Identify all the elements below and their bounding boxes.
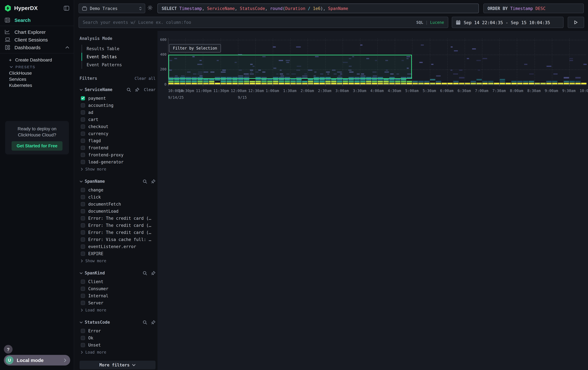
sidebar-item-clickhouse[interactable]: ClickHouse	[0, 70, 74, 76]
filter-group-name[interactable]: SpanName	[85, 179, 139, 184]
filter-item-flagd[interactable]: flagd	[80, 137, 156, 144]
filter-item-error[interactable]: Error	[80, 327, 156, 334]
gear-icon[interactable]	[147, 5, 153, 11]
filter-item-documentload[interactable]: documentLoad	[80, 208, 156, 215]
filter-item-client[interactable]: Client	[80, 278, 156, 285]
checkbox-unchecked[interactable]	[81, 202, 85, 206]
filter-item-payment[interactable]: payment	[80, 95, 156, 102]
filter-item-frontend-proxy[interactable]: frontend-proxy	[80, 151, 156, 158]
chart-selection-rect[interactable]	[168, 55, 412, 79]
checkbox-unchecked[interactable]	[81, 301, 85, 305]
chevron-down-icon[interactable]	[80, 321, 83, 323]
pin-icon[interactable]	[151, 320, 156, 324]
sidebar-item-search[interactable]: Search	[0, 16, 74, 24]
filter-group-name[interactable]: StatusCode	[85, 320, 139, 325]
sidebar-item-services[interactable]: Services	[0, 76, 74, 82]
clear-group-button[interactable]: Clear	[144, 87, 156, 92]
filter-by-selection-button[interactable]: Filter by Selection	[169, 44, 221, 52]
checkbox-unchecked[interactable]	[81, 223, 85, 227]
checkbox-unchecked[interactable]	[81, 188, 85, 192]
load-more-button[interactable]: Load more	[80, 307, 156, 313]
checkbox-unchecked[interactable]	[81, 244, 85, 249]
checkbox-unchecked[interactable]	[81, 343, 85, 347]
source-select[interactable]: Demo Traces	[79, 4, 145, 13]
load-more-button[interactable]: Load more	[80, 349, 156, 356]
filter-item-error-the-credit-card[interactable]: Error: The credit card (…	[80, 222, 156, 229]
filter-item-documentfetch[interactable]: documentFetch	[80, 200, 156, 208]
sidebar-item-client-sessions[interactable]: Client Sessions	[0, 36, 74, 43]
filter-group-name[interactable]: ServiceName	[85, 87, 123, 92]
filter-item-eventlistener-error[interactable]: eventListener.error	[80, 243, 156, 250]
checkbox-unchecked[interactable]	[81, 110, 85, 114]
filter-item-error-the-credit-card[interactable]: Error: The credit card (…	[80, 229, 156, 236]
checkbox-unchecked[interactable]	[81, 237, 85, 241]
sql-select-expression[interactable]: SELECT Timestamp, ServiceName, StatusCod…	[158, 4, 479, 13]
checkbox-unchecked[interactable]	[81, 103, 85, 107]
checkbox-unchecked[interactable]	[81, 251, 85, 256]
checkbox-unchecked[interactable]	[81, 280, 85, 284]
search-input[interactable]	[83, 20, 414, 25]
filter-item-ad[interactable]: ad	[80, 109, 156, 116]
filter-item-currency[interactable]: currency	[80, 130, 156, 137]
search-icon[interactable]	[126, 87, 131, 92]
search-icon[interactable]	[143, 179, 147, 184]
checkbox-unchecked[interactable]	[81, 294, 85, 298]
filter-group-name[interactable]: SpanKind	[85, 270, 139, 275]
filter-item-internal[interactable]: Internal	[80, 292, 156, 299]
filter-item-load-generator[interactable]: load-generator	[80, 158, 156, 165]
pin-icon[interactable]	[151, 271, 156, 275]
checkbox-unchecked[interactable]	[81, 131, 85, 136]
analysis-mode-results-table[interactable]: Results Table	[82, 45, 156, 53]
filter-item-server[interactable]: Server	[80, 299, 156, 306]
date-range-picker[interactable]: Sep 14 22:04:35 - Sep 15 10:04:35	[452, 17, 564, 28]
checkbox-unchecked[interactable]	[81, 124, 85, 129]
filter-item-frontend[interactable]: frontend	[80, 144, 156, 151]
filter-item-error-the-credit-card[interactable]: Error: The credit card (…	[80, 215, 156, 222]
sql-toggle[interactable]: SQL	[416, 20, 423, 25]
clear-all-filters-button[interactable]: Clear all	[135, 76, 156, 81]
run-search-button[interactable]	[568, 17, 584, 28]
checkbox-unchecked[interactable]	[81, 287, 85, 291]
chevron-down-icon[interactable]	[80, 272, 83, 274]
filter-item-expire[interactable]: EXPIRE	[80, 250, 156, 257]
sidebar-collapse-icon[interactable]	[64, 6, 69, 11]
checkbox-unchecked[interactable]	[81, 153, 85, 157]
show-more-button[interactable]: Show more	[80, 166, 156, 172]
filter-item-ok[interactable]: Ok	[80, 334, 156, 341]
filter-item-error-visa-cache-full[interactable]: Error: Visa cache full: …	[80, 236, 156, 243]
local-mode-button[interactable]: U Local mode	[4, 355, 70, 366]
filter-item-checkout[interactable]: checkout	[80, 123, 156, 130]
filter-item-change[interactable]: change	[80, 186, 156, 193]
checkbox-unchecked[interactable]	[81, 336, 85, 340]
lucene-toggle[interactable]: Lucene	[430, 20, 444, 25]
sidebar-item-kubernetes[interactable]: Kubernetes	[0, 82, 74, 88]
search-icon[interactable]	[143, 320, 147, 324]
order-by-expression[interactable]: ORDER BY Timestamp DESC	[483, 4, 584, 13]
chevron-down-icon[interactable]	[80, 180, 83, 182]
pin-icon[interactable]	[151, 179, 156, 184]
help-button[interactable]: ?	[4, 345, 12, 354]
checkbox-checked[interactable]	[81, 96, 85, 100]
chevron-down-icon[interactable]	[80, 89, 83, 90]
checkbox-unchecked[interactable]	[81, 209, 85, 213]
analysis-mode-event-patterns[interactable]: Event Patterns	[82, 61, 156, 69]
filter-item-accounting[interactable]: accounting	[80, 102, 156, 109]
checkbox-unchecked[interactable]	[81, 195, 85, 199]
pin-icon[interactable]	[135, 87, 139, 92]
filter-item-consumer[interactable]: Consumer	[80, 285, 156, 292]
filter-item-click[interactable]: click	[80, 193, 156, 200]
checkbox-unchecked[interactable]	[81, 230, 85, 234]
filter-item-cart[interactable]: cart	[80, 116, 156, 123]
filter-item-unset[interactable]: Unset	[80, 341, 156, 349]
chevron-up-icon[interactable]	[65, 46, 69, 49]
create-dashboard-button[interactable]: + Create Dashboard	[0, 57, 74, 63]
checkbox-unchecked[interactable]	[81, 117, 85, 121]
checkbox-unchecked[interactable]	[81, 216, 85, 220]
show-more-button[interactable]: Show more	[80, 258, 156, 264]
checkbox-unchecked[interactable]	[81, 160, 85, 164]
get-started-button[interactable]: Get Started for Free	[11, 141, 63, 150]
checkbox-unchecked[interactable]	[81, 329, 85, 333]
checkbox-unchecked[interactable]	[81, 146, 85, 150]
search-icon[interactable]	[143, 271, 147, 275]
presets-toggle[interactable]: PRESETS	[0, 64, 74, 70]
